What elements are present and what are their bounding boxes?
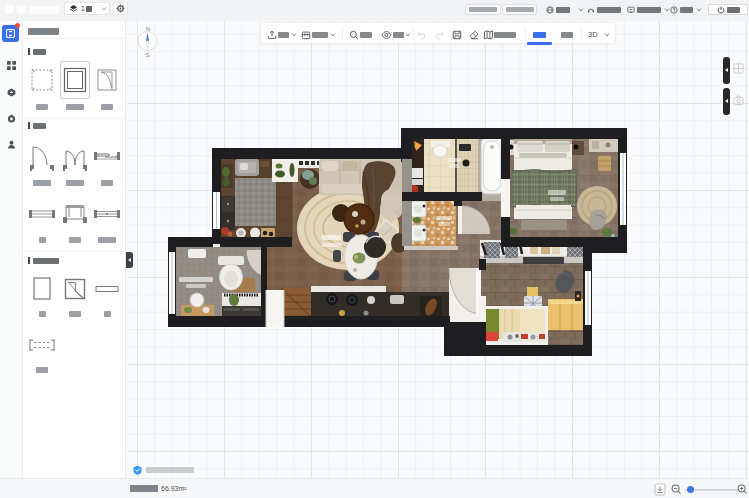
svg-text:S: S (146, 52, 150, 58)
svg-text:N: N (146, 26, 150, 32)
